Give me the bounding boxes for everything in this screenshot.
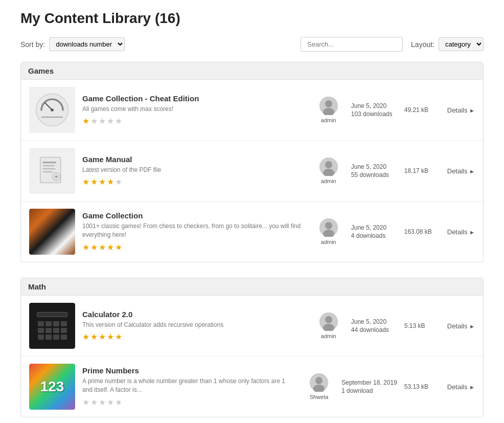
item-stars: ★★★★★ [82,177,306,187]
layout-by-select[interactable]: category list grid [439,37,484,51]
details-arrow-icon: ► [469,168,475,174]
meta-col: June 5, 2020 103 downloads [351,102,397,118]
details-link[interactable]: Details ► [447,167,475,175]
author-col: admin [313,218,344,245]
item-thumbnail: 123 [29,364,75,410]
details-link[interactable]: Details ► [447,322,475,330]
avatar [319,313,338,331]
item-info: Calculator 2.0 This version of Calculato… [82,310,306,342]
item-title: Prime Numbers [82,366,296,375]
svg-rect-9 [42,165,54,167]
star-1: ★ [82,177,89,187]
table-row: Game Manual Latest version of the PDF fi… [21,141,483,202]
item-desc: All games come with max scores! [82,105,306,114]
item-size: 18.17 kB [404,167,440,174]
category-header-math: Math [21,278,483,296]
item-downloads: 4 downloads [351,232,397,239]
right-controls: Layout: category list grid [301,37,484,52]
author-col: Shweta [304,373,334,400]
item-info: Game Manual Latest version of the PDF fi… [82,155,306,187]
star-4: ★ [107,397,114,407]
star-1: ★ [82,116,89,126]
svg-point-19 [325,222,332,229]
category-section-math: Math Calculator 2.0 This version of Calc… [20,278,484,417]
details-arrow-icon: ► [469,384,475,390]
item-title: Game Manual [82,155,306,164]
author-name: admin [321,333,336,339]
star-5: ★ [115,242,122,252]
meta-col: September 18, 2019 1 download [341,379,397,394]
svg-point-25 [315,377,323,384]
sort-by-select[interactable]: downloads number date title size [49,37,125,51]
svg-point-16 [325,161,332,168]
star-3: ★ [99,332,106,342]
star-3: ★ [99,242,106,252]
author-name: admin [321,117,336,123]
star-3: ★ [99,116,106,126]
item-info: Prime Numbers A prime number is a whole … [82,366,296,407]
item-date: June 5, 2020 [351,163,397,170]
star-4: ★ [107,177,114,187]
item-size: 49.21 kB [404,106,440,114]
search-input[interactable] [301,37,403,52]
star-3: ★ [99,397,106,407]
details-arrow-icon: ► [469,323,475,329]
item-thumbnail [29,87,75,133]
item-desc: A prime number is a whole number greater… [82,377,296,394]
item-date: June 5, 2020 [351,318,397,325]
author-name: admin [321,239,336,245]
item-title: Game Collection - Cheat Edition [82,94,306,103]
star-3: ★ [99,177,106,187]
toolbar: Sort by: downloads number date title siz… [20,37,484,52]
sort-by-control: Sort by: downloads number date title siz… [20,37,125,51]
item-thumbnail [29,303,75,349]
details-link[interactable]: Details ► [447,106,475,114]
item-title: Calculator 2.0 [82,310,306,319]
item-info: Game Collection 1001+ classic games! Fro… [82,211,306,252]
sort-by-label: Sort by: [20,40,45,49]
item-downloads: 1 download [341,387,397,394]
star-2: ★ [90,242,98,252]
author-col: admin [313,158,344,184]
author-col: admin [313,97,344,123]
layout-by-control: Layout: category list grid [411,37,484,51]
categories-container: Games Game Collection - Cheat Edition Al… [20,62,484,417]
details-arrow-icon: ► [469,229,475,235]
svg-rect-8 [42,162,56,163]
details-link[interactable]: Details ► [447,228,475,236]
star-1: ★ [82,332,89,342]
details-link[interactable]: Details ► [447,383,475,391]
star-1: ★ [82,397,89,407]
item-thumbnail [29,209,75,255]
star-5: ★ [115,332,122,342]
table-row: 123 Prime Numbers A prime number is a wh… [21,357,483,417]
star-5: ★ [115,116,122,126]
avatar [319,97,338,115]
item-stars: ★★★★★ [82,242,306,252]
author-col: admin [313,313,344,339]
item-desc: This version of Calculator adds recursiv… [82,321,306,329]
meta-col: June 5, 2020 4 downloads [351,224,397,239]
item-date: September 18, 2019 [341,379,397,386]
item-desc: 1001+ classic games! From chess to check… [82,222,306,239]
avatar [319,158,338,176]
details-arrow-icon: ► [469,107,475,114]
item-size: 5.13 kB [404,322,440,329]
author-name: admin [321,178,336,184]
star-4: ★ [107,116,114,126]
star-2: ★ [90,397,98,407]
star-4: ★ [107,242,114,252]
table-row: Calculator 2.0 This version of Calculato… [21,296,483,357]
item-stars: ★★★★★ [82,116,306,126]
table-row: Game Collection 1001+ classic games! Fro… [21,202,483,262]
item-downloads: 44 downloads [351,326,397,333]
star-4: ★ [107,332,114,342]
item-date: June 5, 2020 [351,102,397,109]
meta-col: June 5, 2020 44 downloads [351,318,397,333]
star-5: ★ [115,177,122,187]
item-date: June 5, 2020 [351,224,397,231]
author-name: Shweta [310,394,329,400]
table-row: Game Collection - Cheat Edition All game… [21,80,483,141]
item-stars: ★★★★★ [82,397,296,407]
category-section-games: Games Game Collection - Cheat Edition Al… [20,62,484,262]
